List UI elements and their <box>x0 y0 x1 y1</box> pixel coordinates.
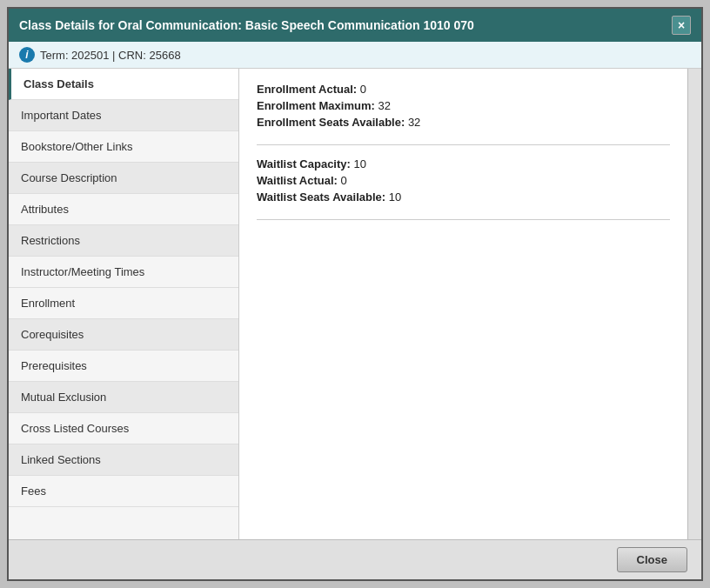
scrollbar[interactable] <box>687 69 701 539</box>
sidebar-item-bookstore[interactable]: Bookstore/Other Links <box>9 131 238 163</box>
waitlist-capacity-value: 10 <box>354 157 366 170</box>
enrollment-seats-label: Enrollment Seats Available: <box>257 116 405 129</box>
info-icon: i <box>19 47 35 63</box>
enrollment-seats-value: 32 <box>408 116 420 129</box>
modal-container: Class Details for Oral Communication: Ba… <box>7 7 703 581</box>
sidebar-item-important-dates[interactable]: Important Dates <box>9 100 238 131</box>
modal-footer: Close <box>9 539 701 579</box>
sidebar-item-prerequisites[interactable]: Prerequisites <box>9 351 238 382</box>
modal-title: Class Details for Oral Communication: Ba… <box>19 18 474 32</box>
waitlist-actual-row: Waitlist Actual: 0 <box>257 174 670 187</box>
waitlist-capacity-label: Waitlist Capacity: <box>257 157 351 170</box>
term-crn-text: Term: 202501 | CRN: 25668 <box>40 49 181 62</box>
waitlist-actual-label: Waitlist Actual: <box>257 174 338 187</box>
waitlist-actual-value: 0 <box>341 174 347 187</box>
sidebar-item-mutual-exclusion[interactable]: Mutual Exclusion <box>9 382 238 413</box>
sidebar-item-corequisites[interactable]: Corequisites <box>9 319 238 351</box>
sidebar-item-fees[interactable]: Fees <box>9 476 238 507</box>
enrollment-maximum-row: Enrollment Maximum: 32 <box>257 99 670 112</box>
content-area: Enrollment Actual: 0 Enrollment Maximum:… <box>239 69 687 539</box>
sidebar-item-linked-sections[interactable]: Linked Sections <box>9 444 238 476</box>
enrollment-seats-row: Enrollment Seats Available: 32 <box>257 116 670 129</box>
modal-body: Class Details Important Dates Bookstore/… <box>9 69 701 539</box>
enrollment-maximum-label: Enrollment Maximum: <box>257 99 375 112</box>
enrollment-section: Enrollment Actual: 0 Enrollment Maximum:… <box>257 83 670 145</box>
waitlist-seats-value: 10 <box>389 190 401 204</box>
sidebar-item-attributes[interactable]: Attributes <box>9 194 238 225</box>
enrollment-actual-value: 0 <box>360 83 366 96</box>
sidebar: Class Details Important Dates Bookstore/… <box>9 69 239 539</box>
waitlist-seats-row: Waitlist Seats Available: 10 <box>257 190 670 204</box>
sidebar-item-restrictions[interactable]: Restrictions <box>9 225 238 257</box>
enrollment-actual-label: Enrollment Actual: <box>257 83 357 96</box>
waitlist-seats-label: Waitlist Seats Available: <box>257 190 385 204</box>
waitlist-section: Waitlist Capacity: 10 Waitlist Actual: 0… <box>257 157 670 220</box>
sidebar-item-cross-listed[interactable]: Cross Listed Courses <box>9 413 238 444</box>
close-button[interactable]: Close <box>617 547 687 572</box>
waitlist-capacity-row: Waitlist Capacity: 10 <box>257 157 670 170</box>
sidebar-item-enrollment[interactable]: Enrollment <box>9 288 238 319</box>
modal-title-bar: Class Details for Oral Communication: Ba… <box>9 9 701 42</box>
enrollment-actual-row: Enrollment Actual: 0 <box>257 83 670 96</box>
sidebar-item-class-details[interactable]: Class Details <box>9 69 238 100</box>
modal-close-x-button[interactable]: × <box>672 16 691 35</box>
sidebar-item-instructor-meeting[interactable]: Instructor/Meeting Times <box>9 257 238 288</box>
modal-info-bar: i Term: 202501 | CRN: 25668 <box>9 42 701 69</box>
sidebar-item-course-description[interactable]: Course Description <box>9 163 238 194</box>
enrollment-maximum-value: 32 <box>378 99 390 112</box>
